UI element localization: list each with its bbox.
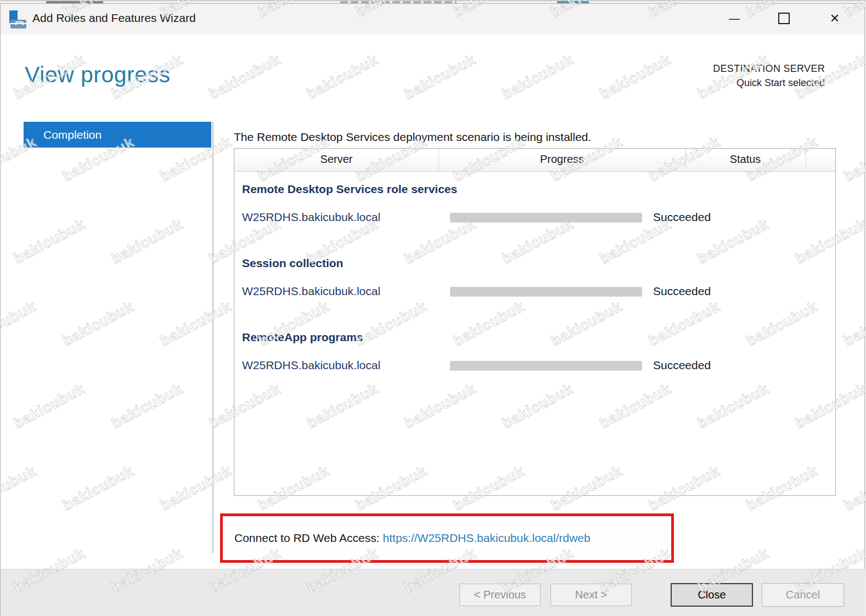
previous-button[interactable]: < Previous [459,584,541,606]
server-name: W25RDHS.bakicubuk.local [242,285,380,298]
wizard-window: Add Roles and Features Wizard — ✕ View p… [0,3,865,616]
rd-web-access-highlight-box: Connect to RD Web Access:https://W25RDHS… [220,513,674,563]
cancel-button[interactable]: Cancel [762,583,844,607]
title-bar: Add Roles and Features Wizard — ✕ [1,4,864,35]
progress-bar [450,287,642,296]
destination-server-value: Quick Start selected [713,77,825,89]
progress-bar [450,361,642,370]
rd-web-access-link[interactable]: https://W25RDHS.bakicubuk.local/rdweb [383,532,591,544]
status-text: Succeeded [653,211,711,224]
maximize-icon [778,13,790,24]
column-header-server: Server [320,153,353,166]
sidebar-divider [212,122,213,553]
window-title: Add Roles and Features Wizard [32,12,196,25]
deployment-status-text: The Remote Desktop Services deployment s… [234,131,591,144]
destination-server-label: DESTINATION SERVER [713,63,825,75]
next-button[interactable]: Next > [550,584,632,606]
connect-label: Connect to RD Web Access: [234,532,380,544]
column-divider [438,149,439,171]
destination-server-block: DESTINATION SERVER Quick Start selected [713,63,825,89]
footer-bar: < Previous Next > Close Cancel [1,569,865,616]
server-name: W25RDHS.bakicubuk.local [242,359,380,372]
progress-bar [450,213,642,222]
minimize-button[interactable]: — [721,7,748,30]
status-text: Succeeded [653,285,711,298]
progress-table: Server Progress Status Remote Desktop Se… [234,148,836,496]
close-button[interactable]: Close [671,583,753,607]
server-name: W25RDHS.bakicubuk.local [242,211,380,224]
roles-wizard-icon [8,10,27,29]
column-divider [685,149,686,171]
table-row: W25RDHS.bakicubuk.local Succeeded [234,284,835,299]
table-row: W25RDHS.bakicubuk.local Succeeded [234,358,835,374]
table-header: Server Progress Status [234,149,835,172]
status-text: Succeeded [653,359,711,372]
column-divider [806,149,806,171]
close-window-button[interactable]: ✕ [821,7,848,30]
section-heading-session-collection: Session collection [242,257,343,270]
section-heading-remoteapp-programs: RemoteApp programs [242,331,363,344]
page-title: View progress [25,62,171,88]
maximize-button[interactable] [770,7,797,30]
column-header-status: Status [730,153,761,166]
section-heading-role-services: Remote Desktop Services role services [242,183,457,196]
sidebar-item-completion[interactable]: Completion [24,122,211,148]
column-header-progress: Progress [540,153,584,166]
connect-line: Connect to RD Web Access:https://W25RDHS… [234,532,591,545]
icon-toolbox-handle [15,21,24,25]
table-row: W25RDHS.bakicubuk.local Succeeded [234,210,835,225]
screen: Add Roles and Features Wizard — ✕ View p… [0,0,866,616]
